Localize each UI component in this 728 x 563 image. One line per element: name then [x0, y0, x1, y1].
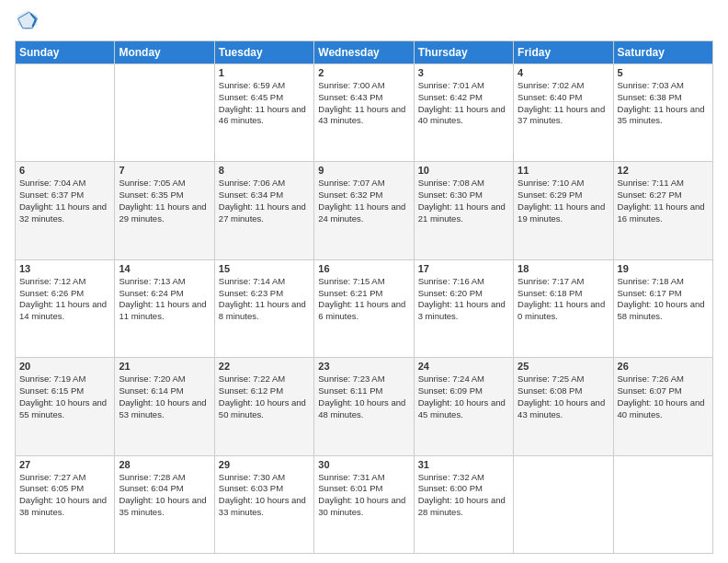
- calendar-cell: [16, 64, 115, 162]
- col-saturday: Saturday: [613, 41, 712, 64]
- day-number: 29: [219, 459, 310, 470]
- day-number: 22: [219, 361, 310, 372]
- day-info: Sunrise: 7:31 AM Sunset: 6:01 PM Dayligh…: [318, 472, 409, 519]
- calendar-cell: 1Sunrise: 6:59 AM Sunset: 6:45 PM Daylig…: [214, 64, 313, 162]
- calendar-cell: 3Sunrise: 7:01 AM Sunset: 6:42 PM Daylig…: [414, 64, 513, 162]
- day-info: Sunrise: 7:28 AM Sunset: 6:04 PM Dayligh…: [119, 472, 210, 519]
- day-info: Sunrise: 7:06 AM Sunset: 6:34 PM Dayligh…: [219, 178, 310, 224]
- day-info: Sunrise: 7:11 AM Sunset: 6:27 PM Dayligh…: [618, 178, 709, 224]
- day-info: Sunrise: 7:22 AM Sunset: 6:12 PM Dayligh…: [219, 373, 310, 420]
- day-info: Sunrise: 7:10 AM Sunset: 6:29 PM Dayligh…: [518, 178, 609, 224]
- day-number: 24: [418, 361, 509, 372]
- col-wednesday: Wednesday: [314, 41, 414, 64]
- calendar-week-3: 13Sunrise: 7:12 AM Sunset: 6:26 PM Dayli…: [16, 259, 713, 357]
- calendar-cell: 10Sunrise: 7:08 AM Sunset: 6:30 PM Dayli…: [414, 162, 513, 259]
- calendar-cell: [514, 455, 613, 553]
- generalblue-logo-icon: [15, 7, 40, 33]
- day-number: 25: [518, 361, 609, 372]
- calendar-table: Sunday Monday Tuesday Wednesday Thursday…: [15, 40, 713, 554]
- calendar-cell: 16Sunrise: 7:15 AM Sunset: 6:21 PM Dayli…: [314, 259, 414, 357]
- logo: [15, 11, 44, 33]
- day-number: 23: [318, 361, 409, 372]
- day-info: Sunrise: 7:26 AM Sunset: 6:07 PM Dayligh…: [618, 373, 709, 420]
- day-number: 13: [19, 263, 110, 274]
- day-number: 3: [418, 67, 509, 78]
- day-number: 31: [418, 459, 509, 470]
- day-info: Sunrise: 7:19 AM Sunset: 6:15 PM Dayligh…: [19, 373, 110, 420]
- calendar-cell: 7Sunrise: 7:05 AM Sunset: 6:35 PM Daylig…: [115, 162, 214, 259]
- calendar-cell: 11Sunrise: 7:10 AM Sunset: 6:29 PM Dayli…: [514, 162, 613, 259]
- calendar-cell: 19Sunrise: 7:18 AM Sunset: 6:17 PM Dayli…: [613, 259, 712, 357]
- day-info: Sunrise: 7:32 AM Sunset: 6:00 PM Dayligh…: [418, 472, 509, 519]
- day-number: 5: [618, 67, 709, 78]
- day-number: 15: [219, 263, 310, 274]
- day-number: 7: [119, 165, 210, 176]
- day-number: 28: [119, 459, 210, 470]
- calendar-cell: 20Sunrise: 7:19 AM Sunset: 6:15 PM Dayli…: [16, 358, 115, 455]
- calendar-cell: [115, 64, 214, 162]
- calendar-cell: 24Sunrise: 7:24 AM Sunset: 6:09 PM Dayli…: [414, 358, 513, 455]
- day-number: 11: [518, 165, 609, 176]
- day-number: 12: [618, 165, 709, 176]
- day-info: Sunrise: 7:20 AM Sunset: 6:14 PM Dayligh…: [119, 373, 210, 420]
- day-info: Sunrise: 7:05 AM Sunset: 6:35 PM Dayligh…: [119, 178, 210, 224]
- calendar-cell: 25Sunrise: 7:25 AM Sunset: 6:08 PM Dayli…: [514, 358, 613, 455]
- col-monday: Monday: [115, 41, 214, 64]
- calendar-cell: 14Sunrise: 7:13 AM Sunset: 6:24 PM Dayli…: [115, 259, 214, 357]
- day-number: 6: [19, 165, 110, 176]
- day-info: Sunrise: 7:30 AM Sunset: 6:03 PM Dayligh…: [219, 472, 310, 519]
- calendar-cell: 18Sunrise: 7:17 AM Sunset: 6:18 PM Dayli…: [514, 259, 613, 357]
- day-info: Sunrise: 7:17 AM Sunset: 6:18 PM Dayligh…: [518, 276, 609, 323]
- calendar-cell: 8Sunrise: 7:06 AM Sunset: 6:34 PM Daylig…: [214, 162, 313, 259]
- day-info: Sunrise: 7:25 AM Sunset: 6:08 PM Dayligh…: [518, 373, 609, 420]
- calendar-header-row: Sunday Monday Tuesday Wednesday Thursday…: [16, 41, 713, 64]
- day-info: Sunrise: 7:15 AM Sunset: 6:21 PM Dayligh…: [318, 276, 409, 323]
- day-number: 4: [518, 67, 609, 78]
- day-info: Sunrise: 7:16 AM Sunset: 6:20 PM Dayligh…: [418, 276, 509, 323]
- day-number: 14: [119, 263, 210, 274]
- calendar-cell: 12Sunrise: 7:11 AM Sunset: 6:27 PM Dayli…: [613, 162, 712, 259]
- calendar-cell: 9Sunrise: 7:07 AM Sunset: 6:32 PM Daylig…: [314, 162, 414, 259]
- calendar-cell: 2Sunrise: 7:00 AM Sunset: 6:43 PM Daylig…: [314, 64, 414, 162]
- calendar-cell: 21Sunrise: 7:20 AM Sunset: 6:14 PM Dayli…: [115, 358, 214, 455]
- calendar-week-1: 1Sunrise: 6:59 AM Sunset: 6:45 PM Daylig…: [16, 64, 713, 162]
- calendar-cell: [613, 455, 712, 553]
- day-info: Sunrise: 7:12 AM Sunset: 6:26 PM Dayligh…: [19, 276, 110, 323]
- col-tuesday: Tuesday: [214, 41, 313, 64]
- day-info: Sunrise: 7:24 AM Sunset: 6:09 PM Dayligh…: [418, 373, 509, 420]
- calendar-cell: 15Sunrise: 7:14 AM Sunset: 6:23 PM Dayli…: [214, 259, 313, 357]
- day-number: 26: [618, 361, 709, 372]
- col-sunday: Sunday: [16, 41, 115, 64]
- calendar-cell: 5Sunrise: 7:03 AM Sunset: 6:38 PM Daylig…: [613, 64, 712, 162]
- col-friday: Friday: [514, 41, 613, 64]
- calendar-cell: 27Sunrise: 7:27 AM Sunset: 6:05 PM Dayli…: [16, 455, 115, 553]
- day-info: Sunrise: 7:07 AM Sunset: 6:32 PM Dayligh…: [318, 178, 409, 224]
- day-info: Sunrise: 7:27 AM Sunset: 6:05 PM Dayligh…: [19, 472, 110, 519]
- day-info: Sunrise: 7:00 AM Sunset: 6:43 PM Dayligh…: [318, 80, 409, 127]
- day-number: 30: [318, 459, 409, 470]
- day-number: 19: [618, 263, 709, 274]
- calendar-cell: 31Sunrise: 7:32 AM Sunset: 6:00 PM Dayli…: [414, 455, 513, 553]
- calendar-cell: 13Sunrise: 7:12 AM Sunset: 6:26 PM Dayli…: [16, 259, 115, 357]
- day-number: 20: [19, 361, 110, 372]
- calendar-cell: 6Sunrise: 7:04 AM Sunset: 6:37 PM Daylig…: [16, 162, 115, 259]
- calendar-week-5: 27Sunrise: 7:27 AM Sunset: 6:05 PM Dayli…: [16, 455, 713, 553]
- header: [15, 11, 713, 33]
- day-info: Sunrise: 7:13 AM Sunset: 6:24 PM Dayligh…: [119, 276, 210, 323]
- day-info: Sunrise: 7:18 AM Sunset: 6:17 PM Dayligh…: [618, 276, 709, 323]
- calendar-cell: 30Sunrise: 7:31 AM Sunset: 6:01 PM Dayli…: [314, 455, 414, 553]
- calendar-week-2: 6Sunrise: 7:04 AM Sunset: 6:37 PM Daylig…: [16, 162, 713, 259]
- day-info: Sunrise: 7:14 AM Sunset: 6:23 PM Dayligh…: [219, 276, 310, 323]
- day-info: Sunrise: 7:08 AM Sunset: 6:30 PM Dayligh…: [418, 178, 509, 224]
- day-info: Sunrise: 7:04 AM Sunset: 6:37 PM Dayligh…: [19, 178, 110, 224]
- day-info: Sunrise: 7:03 AM Sunset: 6:38 PM Dayligh…: [618, 80, 709, 127]
- col-thursday: Thursday: [414, 41, 513, 64]
- calendar-cell: 22Sunrise: 7:22 AM Sunset: 6:12 PM Dayli…: [214, 358, 313, 455]
- day-number: 17: [418, 263, 509, 274]
- page: Sunday Monday Tuesday Wednesday Thursday…: [0, 0, 728, 563]
- day-number: 18: [518, 263, 609, 274]
- day-number: 2: [318, 67, 409, 78]
- day-number: 8: [219, 165, 310, 176]
- day-number: 9: [318, 165, 409, 176]
- day-number: 1: [219, 67, 310, 78]
